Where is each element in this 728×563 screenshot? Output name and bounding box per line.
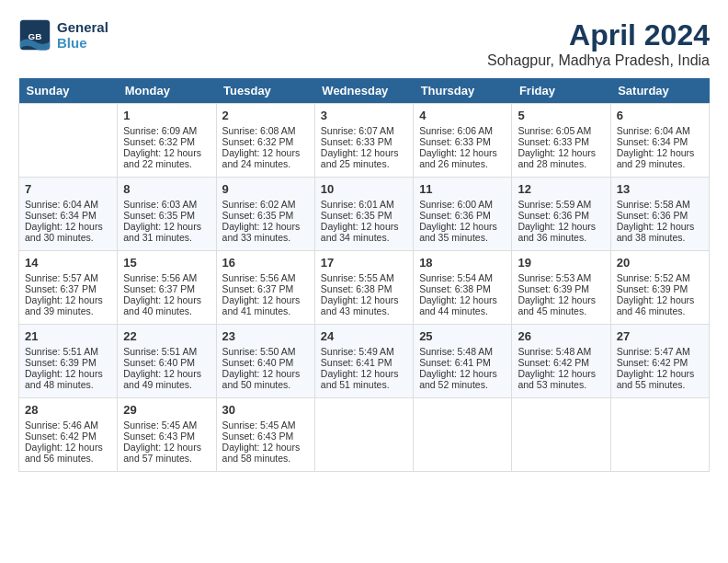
day-number: 17	[321, 256, 407, 270]
daylight-text: Daylight: 12 hours and 35 minutes.	[419, 221, 497, 243]
day-number: 29	[123, 403, 210, 417]
weekday-header-sunday: Sunday	[19, 78, 118, 104]
sunrise-text: Sunrise: 5:52 AM	[617, 272, 690, 283]
location-subtitle: Sohagpur, Madhya Pradesh, India	[487, 52, 710, 69]
calendar-cell	[414, 398, 512, 472]
calendar-cell: 27 Sunrise: 5:47 AM Sunset: 6:42 PM Dayl…	[610, 325, 709, 398]
sunset-text: Sunset: 6:32 PM	[123, 136, 195, 147]
daylight-text: Daylight: 12 hours and 43 minutes.	[321, 294, 399, 316]
sunset-text: Sunset: 6:43 PM	[123, 431, 195, 442]
calendar-cell: 13 Sunrise: 5:58 AM Sunset: 6:36 PM Dayl…	[610, 178, 709, 251]
sunrise-text: Sunrise: 6:09 AM	[123, 125, 197, 136]
sunset-text: Sunset: 6:36 PM	[419, 210, 491, 221]
sunset-text: Sunset: 6:33 PM	[419, 136, 491, 147]
calendar-week-row: 14 Sunrise: 5:57 AM Sunset: 6:37 PM Dayl…	[19, 251, 710, 325]
sunset-text: Sunset: 6:35 PM	[321, 210, 392, 221]
sunrise-text: Sunrise: 5:46 AM	[25, 419, 98, 431]
calendar-cell	[512, 398, 610, 472]
sunrise-text: Sunrise: 5:59 AM	[518, 199, 591, 210]
day-number: 18	[419, 256, 506, 270]
sunset-text: Sunset: 6:41 PM	[419, 357, 491, 368]
calendar-cell: 24 Sunrise: 5:49 AM Sunset: 6:41 PM Dayl…	[314, 325, 413, 398]
calendar-cell	[314, 398, 413, 472]
daylight-text: Daylight: 12 hours and 31 minutes.	[123, 221, 201, 243]
sunrise-text: Sunrise: 5:51 AM	[123, 346, 197, 357]
day-number: 12	[518, 182, 604, 196]
sunrise-text: Sunrise: 5:58 AM	[617, 199, 690, 210]
sunrise-text: Sunrise: 5:53 AM	[518, 272, 591, 283]
daylight-text: Daylight: 12 hours and 38 minutes.	[617, 221, 695, 243]
weekday-header-wednesday: Wednesday	[314, 78, 413, 104]
day-number: 11	[419, 182, 506, 196]
sunrise-text: Sunrise: 6:07 AM	[321, 125, 394, 136]
sunrise-text: Sunrise: 5:54 AM	[419, 272, 493, 283]
sunrise-text: Sunrise: 6:01 AM	[321, 199, 394, 210]
daylight-text: Daylight: 12 hours and 48 minutes.	[25, 368, 103, 390]
sunset-text: Sunset: 6:37 PM	[222, 283, 294, 294]
day-number: 22	[123, 329, 210, 343]
daylight-text: Daylight: 12 hours and 39 minutes.	[25, 294, 103, 316]
sunset-text: Sunset: 6:38 PM	[419, 283, 491, 294]
sunset-text: Sunset: 6:33 PM	[321, 136, 392, 147]
day-number: 26	[518, 329, 604, 343]
sunset-text: Sunset: 6:41 PM	[321, 357, 392, 368]
logo-icon: GB	[18, 18, 51, 52]
calendar-cell: 17 Sunrise: 5:55 AM Sunset: 6:38 PM Dayl…	[314, 251, 413, 325]
sunset-text: Sunset: 6:43 PM	[222, 431, 294, 442]
calendar-cell: 16 Sunrise: 5:56 AM Sunset: 6:37 PM Dayl…	[216, 251, 314, 325]
daylight-text: Daylight: 12 hours and 46 minutes.	[617, 294, 695, 316]
logo-text: General Blue	[57, 19, 108, 51]
daylight-text: Daylight: 12 hours and 52 minutes.	[419, 368, 497, 390]
calendar-cell: 11 Sunrise: 6:00 AM Sunset: 6:36 PM Dayl…	[414, 178, 512, 251]
sunset-text: Sunset: 6:34 PM	[25, 210, 97, 221]
day-number: 20	[617, 256, 703, 270]
day-number: 3	[321, 109, 407, 122]
calendar-table: SundayMondayTuesdayWednesdayThursdayFrid…	[18, 78, 710, 472]
calendar-cell: 30 Sunrise: 5:45 AM Sunset: 6:43 PM Dayl…	[216, 398, 314, 472]
daylight-text: Daylight: 12 hours and 53 minutes.	[518, 368, 596, 390]
daylight-text: Daylight: 12 hours and 26 minutes.	[419, 147, 497, 169]
day-number: 8	[123, 182, 210, 196]
sunset-text: Sunset: 6:40 PM	[123, 357, 195, 368]
weekday-header-tuesday: Tuesday	[216, 78, 314, 104]
calendar-cell: 23 Sunrise: 5:50 AM Sunset: 6:40 PM Dayl…	[216, 325, 314, 398]
day-number: 21	[25, 329, 111, 343]
sunrise-text: Sunrise: 5:57 AM	[25, 272, 98, 283]
daylight-text: Daylight: 12 hours and 28 minutes.	[518, 147, 596, 169]
calendar-cell: 1 Sunrise: 6:09 AM Sunset: 6:32 PM Dayli…	[118, 104, 216, 178]
sunrise-text: Sunrise: 5:55 AM	[321, 272, 394, 283]
daylight-text: Daylight: 12 hours and 36 minutes.	[518, 221, 596, 243]
sunset-text: Sunset: 6:35 PM	[222, 210, 294, 221]
day-number: 24	[321, 329, 407, 343]
sunset-text: Sunset: 6:40 PM	[222, 357, 294, 368]
sunrise-text: Sunrise: 6:04 AM	[617, 125, 690, 136]
calendar-cell: 22 Sunrise: 5:51 AM Sunset: 6:40 PM Dayl…	[118, 325, 216, 398]
calendar-cell: 7 Sunrise: 6:04 AM Sunset: 6:34 PM Dayli…	[19, 178, 118, 251]
daylight-text: Daylight: 12 hours and 50 minutes.	[222, 368, 301, 390]
calendar-cell: 3 Sunrise: 6:07 AM Sunset: 6:33 PM Dayli…	[314, 104, 413, 178]
day-number: 23	[222, 329, 309, 343]
day-number: 25	[419, 329, 506, 343]
day-number: 10	[321, 182, 407, 196]
sunrise-text: Sunrise: 5:48 AM	[419, 346, 493, 357]
calendar-cell: 29 Sunrise: 5:45 AM Sunset: 6:43 PM Dayl…	[118, 398, 216, 472]
day-number: 9	[222, 182, 309, 196]
sunrise-text: Sunrise: 5:56 AM	[123, 272, 197, 283]
month-year-title: April 2024	[487, 18, 710, 52]
daylight-text: Daylight: 12 hours and 51 minutes.	[321, 368, 399, 390]
sunset-text: Sunset: 6:36 PM	[518, 210, 589, 221]
weekday-header-thursday: Thursday	[414, 78, 512, 104]
sunset-text: Sunset: 6:36 PM	[617, 210, 688, 221]
calendar-cell: 19 Sunrise: 5:53 AM Sunset: 6:39 PM Dayl…	[512, 251, 610, 325]
sunset-text: Sunset: 6:34 PM	[617, 136, 688, 147]
calendar-cell: 9 Sunrise: 6:02 AM Sunset: 6:35 PM Dayli…	[216, 178, 314, 251]
calendar-week-row: 7 Sunrise: 6:04 AM Sunset: 6:34 PM Dayli…	[19, 178, 710, 251]
sunset-text: Sunset: 6:35 PM	[123, 210, 195, 221]
sunset-text: Sunset: 6:37 PM	[25, 283, 97, 294]
calendar-cell: 18 Sunrise: 5:54 AM Sunset: 6:38 PM Dayl…	[414, 251, 512, 325]
day-number: 27	[617, 329, 703, 343]
sunset-text: Sunset: 6:42 PM	[25, 431, 97, 442]
calendar-header-row: SundayMondayTuesdayWednesdayThursdayFrid…	[19, 78, 710, 104]
sunrise-text: Sunrise: 5:47 AM	[617, 346, 690, 357]
sunset-text: Sunset: 6:39 PM	[25, 357, 97, 368]
